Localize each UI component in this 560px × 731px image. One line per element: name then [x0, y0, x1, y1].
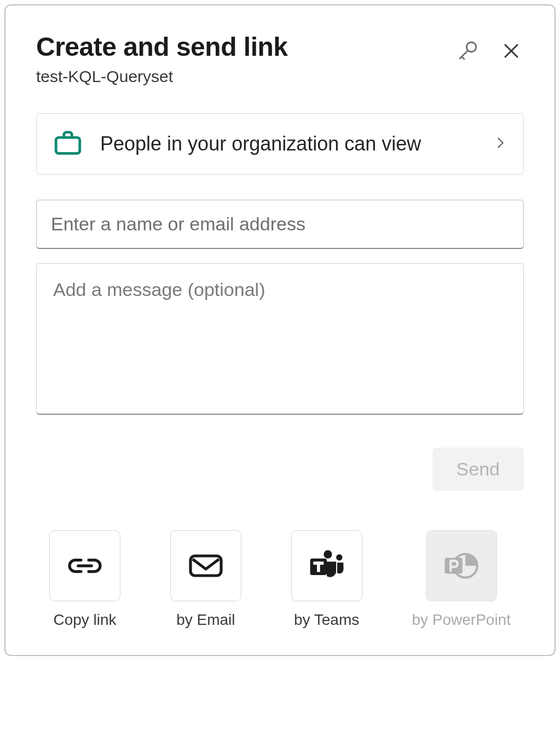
- permission-text: People in your organization can view: [100, 131, 476, 158]
- share-item-teams: by Teams: [291, 530, 362, 629]
- svg-rect-10: [313, 562, 324, 565]
- copy-link-tile[interactable]: [49, 530, 120, 601]
- email-icon: [188, 553, 223, 579]
- share-item-copy-link: Copy link: [49, 530, 120, 629]
- share-options-row: Copy link by Email: [36, 530, 524, 629]
- svg-rect-5: [190, 556, 221, 576]
- email-tile[interactable]: [170, 530, 241, 601]
- powerpoint-label: by PowerPoint: [412, 611, 511, 629]
- email-label: by Email: [176, 611, 235, 629]
- key-button[interactable]: [454, 37, 481, 66]
- key-icon: [456, 39, 479, 62]
- permission-selector[interactable]: People in your organization can view: [36, 113, 524, 175]
- message-input[interactable]: [37, 264, 523, 411]
- send-row: Send: [36, 448, 524, 491]
- svg-point-7: [336, 554, 342, 560]
- header-text-block: Create and send link test-KQL-Queryset: [36, 32, 454, 86]
- copy-link-label: Copy link: [53, 611, 116, 629]
- dialog-header: Create and send link test-KQL-Queryset: [36, 32, 524, 86]
- svg-rect-3: [56, 138, 80, 154]
- dialog-title: Create and send link: [36, 32, 454, 62]
- share-dialog: Create and send link test-KQL-Queryset: [4, 4, 556, 656]
- powerpoint-icon: [442, 548, 481, 583]
- recipient-input-wrapper: [36, 200, 524, 249]
- message-input-wrapper: [36, 263, 524, 415]
- link-icon: [66, 553, 104, 579]
- teams-label: by Teams: [294, 611, 359, 629]
- header-actions: [454, 37, 524, 66]
- close-button[interactable]: [499, 38, 524, 65]
- svg-point-6: [324, 550, 332, 559]
- dialog-subtitle: test-KQL-Queryset: [36, 67, 454, 86]
- briefcase-icon: [52, 127, 84, 161]
- recipient-input[interactable]: [37, 200, 523, 248]
- chevron-right-icon: [493, 135, 508, 153]
- share-item-powerpoint: by PowerPoint: [412, 530, 511, 629]
- teams-tile[interactable]: [291, 530, 362, 601]
- powerpoint-tile: [426, 530, 497, 601]
- close-icon: [501, 40, 522, 61]
- send-button[interactable]: Send: [432, 448, 524, 491]
- teams-icon: [306, 548, 348, 583]
- share-item-email: by Email: [170, 530, 241, 629]
